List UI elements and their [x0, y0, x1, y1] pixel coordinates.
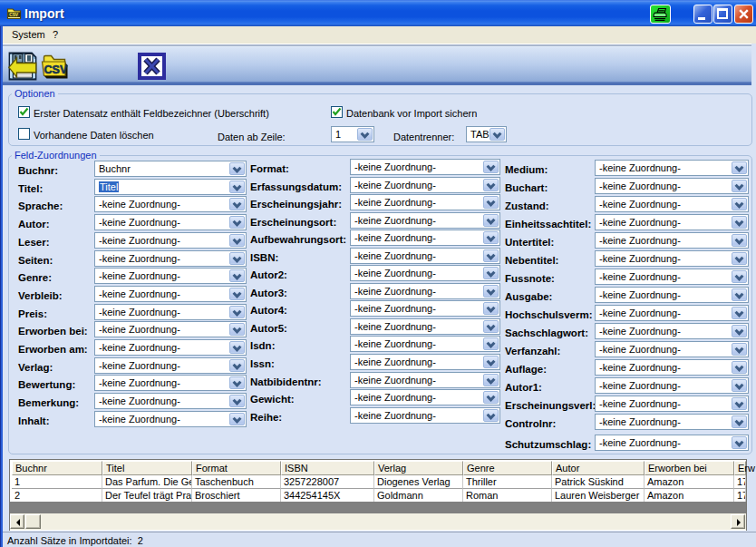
svg-text:CSV: CSV: [9, 13, 19, 17]
svg-text:CSV: CSV: [44, 63, 68, 76]
